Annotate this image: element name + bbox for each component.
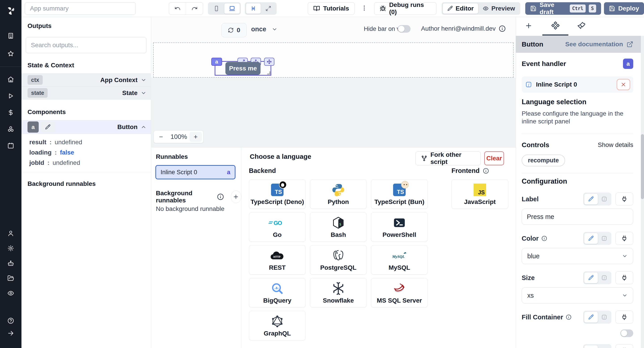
language-tile-graphql[interactable]: GraphQL: [249, 311, 306, 340]
sidebar-item-calendar[interactable]: [0, 139, 22, 152]
connect-output-button[interactable]: [616, 311, 633, 324]
fill-container-toggle[interactable]: [620, 330, 633, 337]
app-grid-container[interactable]: [153, 42, 514, 78]
sidebar-item-dollar[interactable]: [0, 106, 22, 119]
fork-other-script-button[interactable]: Fork other script: [416, 152, 481, 165]
zoom-out-button[interactable]: −: [154, 130, 168, 143]
tab-insert-plus-icon[interactable]: [525, 22, 532, 30]
fx-expression-button[interactable]: f: [598, 345, 610, 348]
language-tile-python[interactable]: Python: [310, 179, 367, 209]
sidebar-item-bot[interactable]: [0, 257, 22, 270]
full-width-layout-button[interactable]: [261, 3, 276, 14]
fx-expression-button[interactable]: f: [598, 233, 610, 244]
mobile-view-button[interactable]: [209, 3, 224, 14]
book-open-icon: [313, 5, 320, 12]
debug-runs-button[interactable]: Debug runs (0): [374, 2, 436, 15]
remove-inline-script-button[interactable]: [617, 79, 630, 90]
svg-text:MySQL: MySQL: [392, 254, 405, 258]
state-context-rows: ctx App Context state State: [22, 73, 151, 100]
connect-output-button[interactable]: [616, 344, 633, 348]
inspector-scrollbar[interactable]: [641, 36, 644, 348]
static-value-button[interactable]: [584, 272, 598, 283]
resize-handle[interactable]: [267, 71, 270, 74]
sidebar-item-help[interactable]: [0, 314, 22, 327]
fx-expression-button[interactable]: f: [598, 194, 610, 205]
fx-expression-button[interactable]: f: [598, 272, 610, 283]
clear-button[interactable]: Clear: [484, 152, 504, 165]
output-prop-result[interactable]: result : undefined: [22, 137, 151, 148]
static-value-button[interactable]: [584, 345, 598, 348]
state-row-state[interactable]: state State: [22, 86, 151, 99]
state-row-ctx[interactable]: ctx App Context: [22, 73, 151, 86]
divider: [22, 172, 151, 172]
static-value-button[interactable]: [584, 312, 598, 323]
app-summary-input[interactable]: [25, 2, 136, 15]
undo-button[interactable]: [169, 2, 186, 14]
component-row-button[interactable]: a Button: [22, 120, 151, 134]
sidebar-item-boxes[interactable]: [0, 123, 22, 135]
centered-layout-button[interactable]: [246, 3, 261, 14]
output-prop-loading[interactable]: loading : false: [22, 148, 151, 158]
static-value-button[interactable]: [584, 233, 598, 244]
language-tile-snowflake[interactable]: Snowflake: [310, 278, 367, 308]
fx-expression-button[interactable]: f: [598, 312, 610, 323]
show-details-link[interactable]: Show details: [598, 141, 633, 148]
control-chip-recompute[interactable]: recompute: [522, 154, 565, 166]
sidebar-item-star[interactable]: [0, 48, 22, 60]
sidebar-item-play[interactable]: [0, 90, 22, 102]
sidebar-item-building[interactable]: [0, 30, 22, 42]
connect-output-button[interactable]: [616, 192, 633, 206]
tutorials-button[interactable]: Tutorials: [308, 2, 355, 15]
tab-settings-component-icon[interactable]: [551, 21, 560, 30]
color-select[interactable]: blue: [522, 248, 633, 264]
sidebar-item-home[interactable]: [0, 73, 22, 86]
connect-output-button[interactable]: [616, 232, 633, 245]
desktop-view-button[interactable]: [224, 3, 240, 14]
button-component[interactable]: Press me: [226, 62, 260, 75]
zoom-in-button[interactable]: +: [190, 132, 202, 142]
search-outputs-input[interactable]: [26, 37, 146, 53]
add-background-runnable-button[interactable]: [231, 190, 241, 203]
editor-tab[interactable]: Editor: [442, 3, 478, 14]
sidebar-item-eye[interactable]: [0, 287, 22, 300]
more-menu-button[interactable]: [361, 5, 368, 12]
connect-output-button[interactable]: [616, 271, 633, 284]
language-tile-typescript-deno-[interactable]: TS TypeScript (Deno): [249, 179, 306, 209]
preview-tab[interactable]: Preview: [478, 3, 520, 14]
move-component-button[interactable]: [264, 58, 274, 66]
language-tile-javascript[interactable]: JS JavaScript: [452, 179, 508, 209]
svg-text:$: $: [339, 222, 341, 226]
tab-styling-brush-icon[interactable]: [578, 22, 586, 30]
static-value-button[interactable]: [584, 194, 598, 205]
label-field[interactable]: [522, 209, 633, 225]
rename-component-button[interactable]: [41, 122, 55, 132]
deploy-button[interactable]: Deploy: [604, 2, 644, 15]
language-tile-rest[interactable]: HTTP REST: [249, 245, 306, 275]
language-tile-bash[interactable]: $ Bash: [310, 212, 367, 242]
author-label: Author henri@windmill.dev: [421, 25, 496, 32]
sidebar-item-settings[interactable]: [0, 242, 22, 254]
sidebar-item-arrow-right[interactable]: [0, 327, 22, 340]
hide-bar-toggle[interactable]: [398, 25, 410, 33]
runnable-item-inline-script-0[interactable]: Inline Script 0 a: [156, 165, 236, 179]
sidebar-item-user[interactable]: [0, 227, 22, 240]
save-draft-button[interactable]: Save draft Ctrl S: [525, 2, 601, 15]
windmill-logo[interactable]: [0, 0, 22, 22]
settings-icon: [8, 245, 14, 252]
language-tile-ms-sql-server[interactable]: MS SQL Server: [371, 278, 428, 308]
size-select[interactable]: xs: [522, 288, 633, 304]
sidebar-item-folder-open[interactable]: [0, 272, 22, 284]
language-tile-powershell[interactable]: PowerShell: [371, 212, 428, 242]
language-tile-go[interactable]: GO Go: [249, 212, 306, 242]
refresh-count-button[interactable]: 0: [222, 23, 247, 37]
language-tile-bigquery[interactable]: BigQuery: [249, 278, 306, 308]
schedule-dropdown[interactable]: once: [251, 26, 278, 33]
inline-script-row[interactable]: f Inline Script 0: [522, 76, 633, 92]
scrollbar-thumb[interactable]: [641, 134, 644, 199]
see-documentation-link[interactable]: See documentation: [565, 41, 633, 48]
output-prop-jobId[interactable]: jobId : undefined: [22, 158, 151, 168]
language-tile-typescript-bun-[interactable]: TS TypeScript (Bun): [371, 179, 428, 209]
redo-button[interactable]: [186, 2, 202, 14]
language-tile-mysql[interactable]: MySQL MySQL: [371, 245, 428, 275]
language-tile-postgresql[interactable]: PostgreSQL: [310, 245, 367, 275]
